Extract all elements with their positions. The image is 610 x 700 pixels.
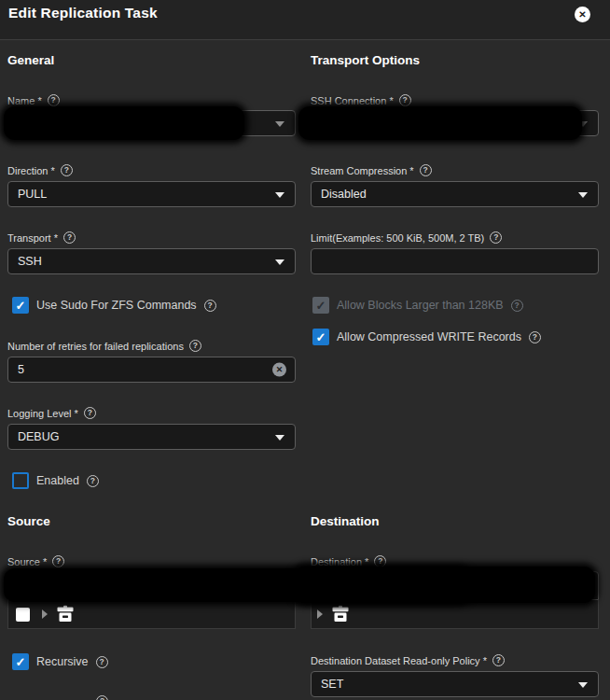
dataset-icon [331,605,350,623]
help-icon[interactable]: ? [61,164,73,176]
destination-label: Destination * [311,556,368,567]
stream-compression-label: Stream Compression * [311,165,414,176]
transport-select[interactable]: SSH [7,248,296,274]
recursive-label: Recursive [36,655,89,668]
help-icon[interactable]: ? [511,300,523,312]
section-general: General [7,53,54,67]
help-icon[interactable]: ? [204,300,216,312]
help-icon[interactable]: ? [48,94,60,106]
close-icon[interactable]: ✕ [575,7,590,22]
allow-compressed-checkbox[interactable]: ✓ [312,329,329,345]
direction-select[interactable]: PULL [7,181,296,207]
use-sudo-label: Use Sudo For ZFS Commands [36,299,197,312]
chevron-down-icon [275,192,284,198]
destination-input[interactable] [311,571,599,600]
transport-value: SSH [18,255,42,268]
chevron-down-icon [275,435,284,441]
clear-icon[interactable]: ✕ [272,363,286,377]
section-source: Source [7,514,50,528]
dialog-title: Edit Replication Task [8,5,158,21]
help-icon[interactable]: ? [96,695,108,700]
help-icon[interactable]: ? [399,94,411,106]
readonly-policy-label: Destination Dataset Read-only Policy * [311,655,487,666]
use-sudo-checkbox[interactable]: ✓ [12,297,29,314]
expand-arrow-icon[interactable] [317,609,323,619]
help-icon[interactable]: ? [96,656,108,668]
chevron-down-icon [275,121,284,127]
retries-label: Number of retries for failed replication… [7,341,184,352]
help-icon[interactable]: ? [63,231,76,244]
destination-tree-row[interactable] [311,600,599,629]
section-transport-options: Transport Options [311,53,420,67]
logging-level-select[interactable]: DEBUG [7,424,296,450]
allow-blocks-label: Allow Blocks Larger than 128KB [337,299,504,312]
retries-input[interactable] [18,363,285,376]
use-sudo-row: ✓ Use Sudo For ZFS Commands ? [12,297,216,314]
enabled-row: Enabled ? [12,472,99,489]
readonly-policy-select[interactable]: SET [311,671,599,697]
limit-label-row: Limit(Examples: 500 KiB, 500M, 2 TB) ? [311,231,502,244]
allow-blocks-row: ✓ Allow Blocks Larger than 128KB ? [312,297,523,314]
chevron-down-icon [275,259,284,265]
recursive-row: ✓ Recursive ? [12,653,108,670]
dataset-icon [56,605,75,623]
dialog-titlebar: Edit Replication Task ✕ [0,0,610,40]
section-destination: Destination [311,514,380,528]
stream-compression-label-row: Stream Compression * ? [311,164,432,176]
help-icon[interactable]: ? [529,331,541,343]
source-tree-row[interactable] [7,600,296,629]
edit-replication-task-dialog: Edit Replication Task ✕ General Transpor… [0,0,610,700]
name-label: Name * [7,95,42,106]
name-select[interactable] [7,110,296,136]
allow-blocks-checkbox: ✓ [312,297,329,314]
limit-input-wrap [311,248,599,274]
readonly-policy-label-row: Destination Dataset Read-only Policy * ? [311,654,505,666]
help-icon[interactable]: ? [52,555,64,567]
name-label-row: Name * ? [7,94,60,106]
stream-compression-select[interactable]: Disabled [311,181,599,207]
enabled-label: Enabled [36,474,79,487]
chevron-down-icon [578,121,588,127]
logging-level-label-row: Logging Level * ? [7,407,96,419]
help-icon[interactable]: ? [189,340,201,352]
destination-label-row: Destination * ? [311,555,386,567]
allow-compressed-label: Allow Compressed WRITE Records [337,330,521,343]
logging-level-value: DEBUG [18,430,59,443]
expand-arrow-icon[interactable] [42,609,48,619]
help-icon[interactable]: ? [84,407,96,419]
help-icon[interactable]: ? [87,475,99,487]
limit-label: Limit(Examples: 500 KiB, 500M, 2 TB) [311,232,484,244]
retries-input-wrap: ✕ [7,357,296,383]
direction-label-row: Direction * ? [7,164,73,176]
direction-value: PULL [18,188,47,201]
transport-label: Transport * [7,232,58,244]
recursive-checkbox[interactable]: ✓ [12,653,29,670]
source-input[interactable] [7,571,296,600]
allow-compressed-row: ✓ Allow Compressed WRITE Records ? [312,329,541,345]
ssh-connection-label: SSH Connection * [311,95,394,106]
transport-label-row: Transport * ? [7,231,76,244]
direction-label: Direction * [7,165,55,176]
tree-checkbox[interactable] [16,608,30,622]
help-icon[interactable]: ? [492,654,505,666]
retries-label-row: Number of retries for failed replication… [7,340,201,352]
ssh-connection-select[interactable] [311,110,599,136]
chevron-down-icon [578,682,588,688]
help-icon[interactable]: ? [374,555,386,567]
chevron-down-icon [578,192,588,198]
help-icon[interactable]: ? [490,231,502,244]
source-label-row: Source * ? [7,555,64,567]
stream-compression-value: Disabled [321,188,367,201]
source-label: Source * [7,556,47,567]
enabled-checkbox[interactable] [12,472,29,489]
help-icon[interactable]: ? [420,164,432,176]
readonly-policy-value: SET [321,678,343,691]
limit-input[interactable] [321,255,589,268]
ssh-connection-label-row: SSH Connection * ? [311,94,411,106]
logging-level-label: Logging Level * [7,408,78,419]
